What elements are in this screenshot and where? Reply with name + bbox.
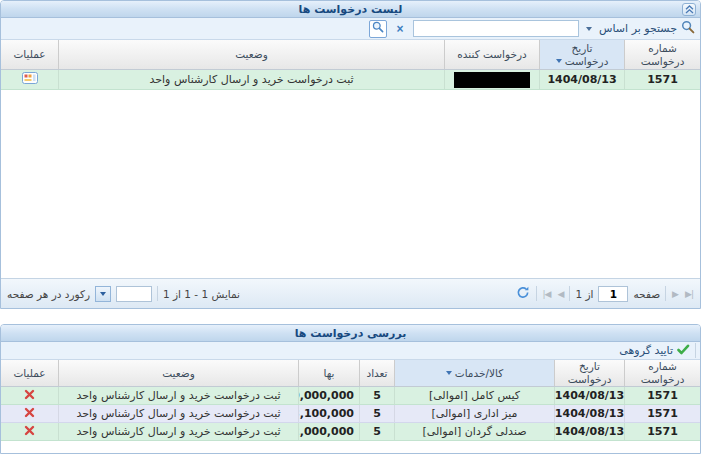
page-label: صفحه (633, 288, 660, 300)
search-by-label: جستجو بر اساس (599, 22, 677, 35)
showing-records-label: نمایش 1 - 1 از 1 (163, 288, 240, 300)
grid-empty-area (1, 441, 700, 453)
request-date-cell: 1404/08/13 (554, 405, 624, 422)
status-cell: ثبت درخواست خرید و ارسال کارشناس واحد (58, 405, 298, 422)
price-cell: ...0,000,000 (298, 387, 359, 404)
delete-x-icon (24, 390, 35, 403)
page-of-label: از 1 (575, 288, 593, 300)
chevron-double-up-icon (685, 2, 694, 17)
separator (695, 343, 696, 358)
operations-cell (1, 405, 58, 422)
column-header-status[interactable]: وضعیت (58, 40, 444, 69)
requests-list-header: لیست درخواست ها (1, 1, 700, 18)
column-header-operations: عملیات (1, 40, 58, 69)
refresh-button[interactable] (515, 286, 531, 301)
grid-empty-area (1, 90, 700, 278)
price-cell: 32,000,000 (298, 423, 359, 440)
view-items-button[interactable] (20, 72, 40, 88)
review-panel-title: بررسی درخواست ها (295, 327, 407, 340)
run-search-button[interactable] (369, 20, 387, 38)
page-number-input[interactable] (598, 286, 628, 302)
delete-row-button[interactable] (23, 407, 36, 421)
per-page-input[interactable] (116, 286, 152, 302)
separator (157, 286, 158, 301)
review-panel-header: بررسی درخواست ها (1, 325, 700, 342)
next-page-button[interactable]: ▶ (671, 289, 679, 299)
column-header-requester[interactable]: درخواست کننده (444, 40, 539, 69)
request-row[interactable]: 1571 1404/08/13 ثبت درخواست خرید و ارسال… (1, 70, 700, 90)
pager-bar: |◀ ◀ از 1 صفحه ▶ ▶| رکورد در هر صفحه نما… (1, 278, 700, 308)
request-number-cell: 1571 (624, 405, 700, 422)
request-number-cell: 1571 (624, 387, 700, 404)
price-cell: 3,100,000 (298, 405, 359, 422)
operations-cell (1, 423, 58, 440)
delete-row-button[interactable] (23, 425, 36, 439)
operations-cell (1, 387, 58, 404)
requests-list-panel: لیست درخواست ها جستجو بر اساس × (0, 0, 701, 309)
chevron-down-icon (100, 292, 106, 296)
sort-desc-icon (446, 371, 452, 375)
requests-grid-header: شماره درخواست تاریخ درخواست درخواست کنند… (1, 40, 700, 70)
column-header-request-date[interactable]: تاریخ درخواست (539, 40, 624, 69)
prev-page-button[interactable]: ◀ (557, 289, 565, 299)
column-header-request-number[interactable]: شماره درخواست (624, 40, 700, 69)
review-toolbar: تایید گروهی (1, 342, 700, 360)
records-per-page-label: رکورد در هر صفحه (7, 288, 90, 300)
review-grid-header: شماره درخواست تاریخ درخواست کالا/خدمات ت… (1, 360, 700, 387)
review-row[interactable]: 1571 1404/08/13 کیس کامل [اموالی] 5 ...0… (1, 387, 700, 405)
sort-desc-icon (556, 59, 562, 63)
quantity-cell: 5 (359, 405, 394, 422)
clear-search-button[interactable]: × (391, 20, 409, 38)
review-row[interactable]: 1571 1404/08/13 صندلی گردان [اموالی] 5 3… (1, 423, 700, 441)
group-approve-button[interactable]: تایید گروهی (619, 344, 690, 358)
separator (569, 286, 570, 301)
delete-row-button[interactable] (23, 389, 36, 403)
column-header-status[interactable]: وضعیت (58, 360, 298, 386)
search-icon (681, 20, 695, 37)
items-grid-icon (22, 72, 38, 87)
request-number-cell: 1571 (624, 423, 700, 440)
column-header-price[interactable]: بها (298, 360, 359, 386)
pager-nav-group: |◀ ◀ از 1 صفحه ▶ ▶| (515, 279, 694, 308)
requester-cell (444, 70, 539, 89)
status-cell: ثبت درخواست خرید و ارسال کارشناس واحد (58, 423, 298, 440)
request-date-cell: 1404/08/13 (554, 387, 624, 404)
quantity-cell: 5 (359, 423, 394, 440)
per-page-dropdown-button[interactable] (95, 286, 111, 302)
requests-list-title: لیست درخواست ها (299, 3, 403, 16)
refresh-icon (516, 289, 530, 301)
item-cell: کیس کامل [اموالی] (394, 387, 554, 404)
column-header-request-number[interactable]: شماره درخواست (624, 360, 700, 386)
search-input[interactable] (413, 20, 579, 37)
review-row[interactable]: 1571 1404/08/13 میز اداری [اموالی] 5 3,1… (1, 405, 700, 423)
group-approve-label: تایید گروهی (619, 344, 673, 357)
quantity-cell: 5 (359, 387, 394, 404)
request-date-cell: 1404/08/13 (554, 423, 624, 440)
pager-info-group: رکورد در هر صفحه نمایش 1 - 1 از 1 (7, 279, 240, 308)
page: لیست درخواست ها جستجو بر اساس × (0, 0, 701, 454)
search-toolbar: جستجو بر اساس × (1, 18, 700, 40)
column-header-item[interactable]: کالا/خدمات (394, 360, 554, 386)
delete-x-icon (24, 426, 35, 439)
column-header-request-date[interactable]: تاریخ درخواست (554, 360, 624, 386)
item-cell: میز اداری [اموالی] (394, 405, 554, 422)
delete-x-icon (24, 408, 35, 421)
status-cell: ثبت درخواست خرید و ارسال کارشناس واحد (58, 70, 444, 89)
clear-icon: × (397, 23, 404, 35)
item-cell: صندلی گردان [اموالی] (394, 423, 554, 440)
request-number-cell: 1571 (624, 70, 700, 89)
status-cell: ثبت درخواست خرید و ارسال کارشناس واحد (58, 387, 298, 404)
last-page-button[interactable]: ▶| (684, 289, 694, 299)
chevron-down-icon (586, 27, 592, 31)
separator (665, 286, 666, 301)
column-header-operations: عملیات (1, 360, 58, 386)
search-by-dropdown[interactable] (583, 20, 595, 38)
request-date-cell: 1404/08/13 (539, 70, 624, 89)
first-page-button[interactable]: |◀ (542, 289, 552, 299)
operations-cell (1, 70, 58, 89)
separator (536, 286, 537, 301)
search-icon (372, 21, 384, 36)
collapse-panel-button[interactable] (682, 3, 696, 16)
check-icon (677, 344, 690, 358)
column-header-quantity[interactable]: تعداد (359, 360, 394, 386)
